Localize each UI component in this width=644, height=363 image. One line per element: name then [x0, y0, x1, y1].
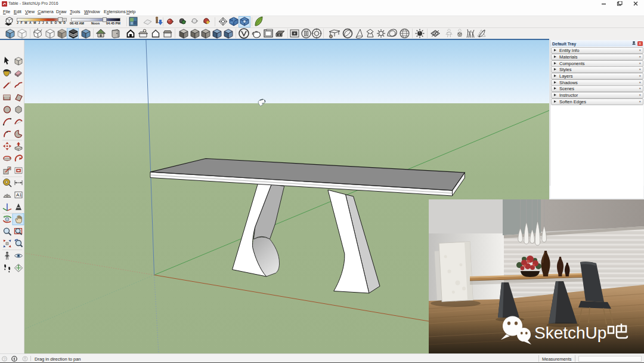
svg-text:?: ? — [4, 357, 6, 361]
svg-text:A1: A1 — [16, 192, 22, 198]
svg-text:SketchUp: SketchUp — [534, 324, 606, 342]
